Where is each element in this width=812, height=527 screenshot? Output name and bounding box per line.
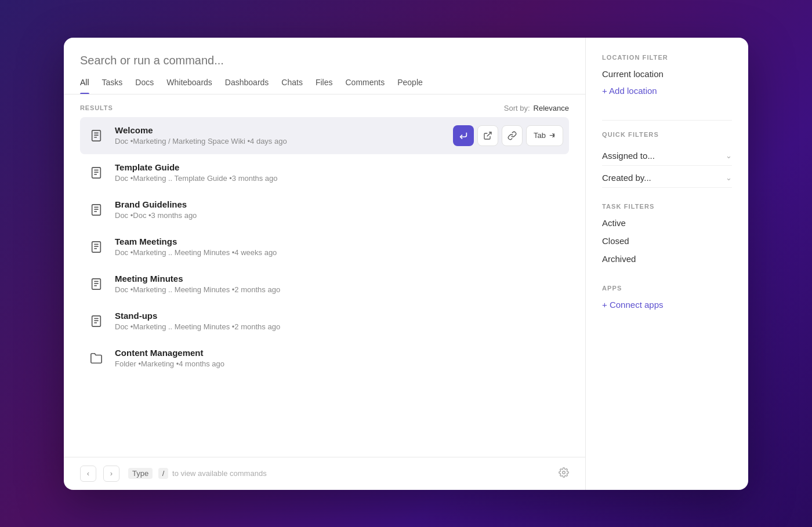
footer-hint: Type / to view available commands (126, 469, 552, 478)
add-location[interactable]: + Add location (602, 86, 732, 96)
divider (602, 120, 732, 121)
current-location[interactable]: Current location (602, 69, 732, 79)
svg-rect-0 (92, 130, 101, 140)
folder-icon (86, 348, 107, 369)
assigned-to-label: Assigned to... (602, 151, 655, 161)
nav-back-button[interactable]: ‹ (80, 466, 96, 482)
result-title: Brand Guidelines (115, 199, 563, 209)
copy-link-button[interactable] (502, 125, 523, 146)
search-input[interactable] (80, 54, 569, 67)
tabs-list: All Tasks Docs Whiteboards Dashboards Ch… (80, 78, 569, 94)
result-content: Brand Guidelines Doc •Doc •3 months ago (115, 199, 563, 220)
results-label: RESULTS (80, 104, 113, 111)
doc-icon (86, 274, 107, 295)
connect-apps[interactable]: + Connect apps (602, 300, 732, 310)
location-filter-label: LOCATION FILTER (602, 54, 732, 61)
sort-by-label: Sort by: (504, 104, 530, 112)
left-panel: All Tasks Docs Whiteboards Dashboards Ch… (64, 38, 586, 490)
task-filter-closed[interactable]: Closed (602, 236, 732, 246)
tab-all[interactable]: All (80, 78, 89, 94)
result-meta: Doc •Marketing .. Meeting Minutes •2 mon… (115, 322, 563, 331)
result-content: Template Guide Doc •Marketing .. Templat… (115, 162, 563, 183)
created-by-filter[interactable]: Created by... ⌄ (602, 168, 732, 188)
sort-value[interactable]: Relevance (534, 104, 569, 112)
chevron-down-icon: ⌄ (726, 173, 732, 182)
svg-rect-17 (92, 278, 101, 289)
doc-icon (86, 311, 107, 332)
svg-rect-9 (92, 204, 101, 215)
modal-body: All Tasks Docs Whiteboards Dashboards Ch… (64, 38, 748, 490)
result-item[interactable]: Template Guide Doc •Marketing .. Templat… (80, 154, 569, 191)
result-content: Meeting Minutes Doc •Marketing .. Meetin… (115, 274, 563, 294)
chevron-down-icon: ⌄ (726, 151, 732, 160)
created-by-label: Created by... (602, 173, 651, 183)
command-palette: All Tasks Docs Whiteboards Dashboards Ch… (64, 38, 748, 490)
tab-dashboards[interactable]: Dashboards (225, 78, 269, 94)
result-title: Stand-ups (115, 311, 563, 321)
result-meta: Doc •Marketing / Marketing Space Wiki •4… (115, 137, 453, 146)
result-item[interactable]: Meeting Minutes Doc •Marketing .. Meetin… (80, 266, 569, 303)
results-area: RESULTS Sort by: Relevance (64, 95, 585, 457)
result-item[interactable]: Stand-ups Doc •Marketing .. Meeting Minu… (80, 303, 569, 340)
quick-filters-label: QUICK FILTERS (602, 131, 732, 138)
result-title: Template Guide (115, 162, 563, 172)
settings-icon[interactable] (559, 467, 569, 480)
svg-point-25 (563, 471, 566, 474)
sort-area: Sort by: Relevance (504, 104, 569, 112)
result-item[interactable]: Content Management Folder •Marketing •4 … (80, 340, 569, 377)
svg-rect-5 (92, 167, 101, 177)
result-title: Meeting Minutes (115, 274, 563, 284)
tab-comments[interactable]: Comments (346, 78, 385, 94)
svg-line-4 (487, 132, 491, 136)
tab-docs[interactable]: Docs (135, 78, 154, 94)
nav-forward-button[interactable]: › (103, 466, 119, 482)
result-meta: Doc •Marketing .. Meeting Minutes •2 mon… (115, 285, 563, 294)
tab-button[interactable]: Tab (526, 125, 563, 146)
result-meta: Folder •Marketing •4 months ago (115, 359, 563, 368)
result-content: Welcome Doc •Marketing / Marketing Space… (115, 125, 453, 146)
task-filter-archived[interactable]: Archived (602, 254, 732, 264)
result-title: Team Meetings (115, 237, 563, 246)
result-item[interactable]: Welcome Doc •Marketing / Marketing Space… (80, 117, 569, 154)
search-area (64, 38, 585, 67)
result-item[interactable]: Team Meetings Doc •Marketing .. Meeting … (80, 228, 569, 266)
result-content: Stand-ups Doc •Marketing .. Meeting Minu… (115, 311, 563, 331)
open-button[interactable] (477, 125, 498, 146)
tab-tasks[interactable]: Tasks (102, 78, 123, 94)
tab-chats[interactable]: Chats (281, 78, 303, 94)
tab-people[interactable]: People (397, 78, 423, 94)
result-content: Team Meetings Doc •Marketing .. Meeting … (115, 237, 563, 257)
apps-label: APPS (602, 285, 732, 292)
result-content: Content Management Folder •Marketing •4 … (115, 348, 563, 368)
task-filter-active[interactable]: Active (602, 218, 732, 228)
result-actions: Tab (453, 125, 563, 146)
hint-type-label: Type (128, 468, 153, 479)
footer: ‹ › Type / to view available commands (64, 457, 585, 490)
assigned-to-filter[interactable]: Assigned to... ⌄ (602, 146, 732, 166)
doc-icon (86, 237, 107, 257)
doc-icon (86, 125, 107, 146)
doc-icon (86, 199, 107, 220)
tabs-area: All Tasks Docs Whiteboards Dashboards Ch… (64, 67, 585, 95)
task-filters-label: TASK FILTERS (602, 203, 732, 210)
result-meta: Doc •Marketing .. Template Guide •3 mont… (115, 174, 563, 183)
doc-icon (86, 162, 107, 183)
svg-rect-13 (92, 241, 101, 252)
tab-whiteboards[interactable]: Whiteboards (166, 78, 212, 94)
results-header: RESULTS Sort by: Relevance (80, 95, 569, 117)
tab-files[interactable]: Files (316, 78, 333, 94)
result-title: Content Management (115, 348, 563, 358)
result-meta: Doc •Doc •3 months ago (115, 211, 563, 220)
right-panel: LOCATION FILTER Current location + Add l… (586, 38, 748, 490)
result-title: Welcome (115, 125, 453, 135)
svg-rect-21 (92, 315, 101, 326)
result-item[interactable]: Brand Guidelines Doc •Doc •3 months ago (80, 191, 569, 228)
result-meta: Doc •Marketing .. Meeting Minutes •4 wee… (115, 248, 563, 257)
enter-button[interactable] (453, 125, 474, 146)
